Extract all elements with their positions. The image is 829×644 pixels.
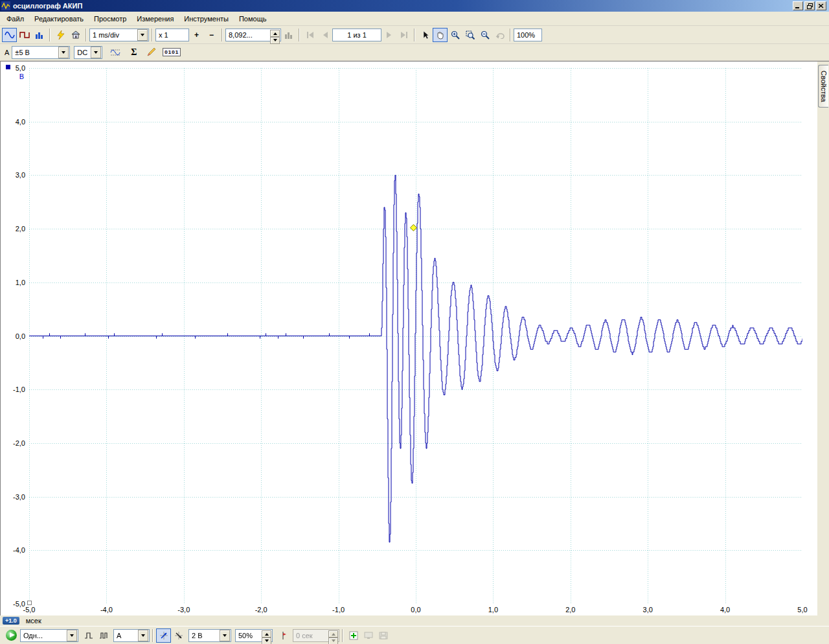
scale-decrease-button[interactable]: − [204,28,219,42]
sine-wave-icon [5,31,15,39]
separator [152,629,153,642]
pulse-shape-button[interactable] [81,628,96,643]
pulse-train-button[interactable] [96,628,111,643]
close-button[interactable] [816,1,826,10]
x-tick-label: 1,0 [482,606,504,614]
trigger-marker-button[interactable] [275,628,290,643]
scale-value: x 1 [159,31,168,39]
rising-edge-icon [159,631,168,640]
next-page-icon [385,31,394,39]
time-unit-label: мсек [26,617,41,625]
menu-file[interactable]: Файл [1,13,29,25]
home-button[interactable] [68,28,83,42]
trigger-level-value: 2 В [189,632,220,639]
coupling-select[interactable]: DC [74,46,102,59]
timebase-select[interactable]: 1 ms/div [89,29,149,41]
separator [152,29,153,41]
samples-value: 8,092... [226,29,269,41]
y-tick-label: 1,0 [1,279,25,286]
menu-edit[interactable]: Редактировать [29,13,89,25]
channel-range-value: ±5 В [12,49,58,56]
x-tick-label: -5,0 [18,606,40,614]
y-tick-label: 3,0 [1,171,25,179]
spin-down-button[interactable] [270,37,280,44]
zoom-out-button[interactable] [477,28,492,42]
x-tick-label: 3,0 [637,606,659,614]
add-measurement-button[interactable] [346,628,361,643]
axis-origin-handle[interactable] [27,601,32,605]
zoom-level-value: 100% [517,31,535,39]
next-page-button[interactable] [381,28,396,42]
tab-properties[interactable]: Свойства [818,65,828,108]
zoom-out-icon [481,30,490,40]
waveform-mode-button[interactable] [2,28,17,42]
minimize-button[interactable] [793,1,803,10]
edit-signal-button[interactable] [144,45,159,60]
chevron-down-icon [58,47,69,58]
trigger-source-select[interactable]: A [113,629,150,642]
zoom-level-field[interactable]: 100% [514,29,542,41]
trigger-toolbar: Одн... A 2 В 50% [0,626,829,644]
last-page-icon [400,31,409,39]
zoom-window-icon [466,30,475,40]
falling-edge-button[interactable] [171,628,186,643]
app-window: осциллограф АКИП Файл Редактировать Прос… [0,0,829,644]
prev-page-button[interactable] [317,28,332,42]
rising-edge-button[interactable] [156,628,171,643]
histogram-icon [34,31,45,39]
spin-down-button[interactable] [262,638,271,644]
undo-zoom-button[interactable] [492,28,507,42]
menu-help[interactable]: Помощь [234,13,272,25]
scale-field[interactable]: x 1 [155,29,189,41]
chevron-down-icon [67,630,77,641]
pretrigger-spinner[interactable]: 50% [235,629,273,642]
math-sum-button[interactable]: Σ [126,45,141,60]
restore-button[interactable] [804,1,815,10]
y-tick-label: 5,0 [1,64,25,72]
spin-down-button [328,638,338,644]
x-tick-label: 2,0 [560,606,582,614]
trigger-mode-select[interactable]: Одн... [20,629,78,642]
last-page-button[interactable] [396,28,411,42]
export-button[interactable] [376,628,391,643]
prev-page-icon [321,31,330,39]
snapshot-button[interactable] [361,628,376,643]
zoom-in-button[interactable] [448,28,462,42]
coupling-value: DC [74,49,91,56]
spin-up-button[interactable] [270,30,280,37]
trigger-level-select[interactable]: 2 В [188,629,231,642]
menubar: Файл Редактировать Просмотр Измерения Ин… [0,12,829,26]
spin-up-button[interactable] [262,630,271,638]
sigma-icon: Σ [131,47,137,58]
autosetup-button[interactable] [53,28,68,42]
pulse-mode-button[interactable] [17,28,32,42]
signal-scaling-button[interactable] [108,45,122,60]
pan-tool-button[interactable] [433,28,448,42]
samples-histogram-button[interactable] [281,28,296,42]
menu-view[interactable]: Просмотр [89,13,131,25]
page-indicator[interactable]: 1 из 1 [332,29,381,41]
oscilloscope-plot[interactable] [29,68,802,604]
y-tick-label: 2,0 [1,225,25,233]
first-page-button[interactable] [302,28,317,42]
select-tool-button[interactable] [418,28,433,42]
x-tick-label: 5,0 [791,606,813,614]
run-button[interactable] [2,627,20,644]
y-tick-label: -1,0 [1,385,25,393]
trigger-source-value: A [114,632,138,639]
menu-tools[interactable]: Инструменты [179,13,234,25]
samples-spinner[interactable]: 8,092... [225,29,281,41]
square-wave-icon [19,31,30,39]
close-icon [819,4,824,8]
digital-display-button[interactable]: 0101 [161,45,182,60]
save-icon [379,632,388,639]
menu-measurements[interactable]: Измерения [131,13,179,25]
y-tick-label: -3,0 [1,493,25,501]
channel-a-label: A [2,49,12,56]
histogram-mode-button[interactable] [32,28,47,42]
channel-range-select[interactable]: ±5 В [12,46,70,59]
zoom-window-button[interactable] [462,28,477,42]
y-axis-unit: В [1,73,24,80]
flag-marker-icon [279,631,287,640]
scale-increase-button[interactable]: + [189,28,204,42]
